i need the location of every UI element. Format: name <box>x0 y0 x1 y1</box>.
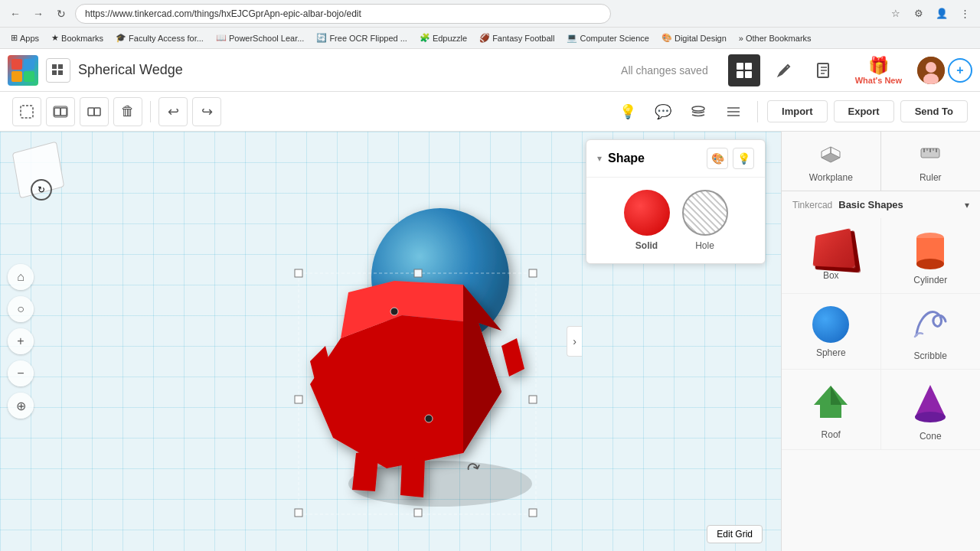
shape-panel-collapse-icon[interactable]: ▾ <box>597 153 602 164</box>
shape-item-cylinder[interactable]: Cylinder <box>881 218 981 294</box>
workplane-icon <box>818 142 843 169</box>
svg-rect-36 <box>414 269 422 277</box>
select-all-button[interactable] <box>12 97 41 126</box>
bookmark-design[interactable]: 🎨 Digital Design <box>657 31 731 44</box>
zoom-out-button[interactable]: − <box>8 360 34 386</box>
import-button[interactable]: Import <box>767 100 827 122</box>
undo-button[interactable]: ↩ <box>158 97 188 126</box>
shape-panel-icons: 🎨 💡 <box>707 148 754 169</box>
scribble-label: Scribble <box>914 350 947 361</box>
svg-rect-4 <box>737 63 743 70</box>
svg-point-21 <box>692 106 704 111</box>
bookmark-apps[interactable]: ⊞ Apps <box>6 31 44 44</box>
sphere-shape-icon <box>812 306 849 343</box>
powerschool-icon: 📖 <box>216 33 227 43</box>
roof-label: Roof <box>822 429 841 440</box>
compass-button[interactable]: ⊕ <box>8 393 34 419</box>
svg-rect-0 <box>52 64 57 69</box>
bookmark-faculty[interactable]: 🎓 Faculty Access for... <box>111 31 208 44</box>
collapse-panel-button[interactable]: › <box>567 326 582 357</box>
ungroup-button[interactable] <box>80 97 109 126</box>
lightbulb-button[interactable]: 💡 <box>613 97 642 126</box>
bookmark-ocr[interactable]: 🔄 Free OCR Flipped ... <box>312 31 411 44</box>
shape-panel-title: Shape <box>608 152 701 165</box>
grid-view-button[interactable] <box>728 54 760 86</box>
svg-point-58 <box>915 412 946 422</box>
box-label: Box <box>823 270 839 281</box>
address-bar[interactable]: https://www.tinkercad.com/things/hxEJCGp… <box>75 4 611 24</box>
svg-point-54 <box>916 259 944 269</box>
svg-rect-16 <box>54 108 60 116</box>
workplane-item[interactable]: Workplane <box>782 132 881 191</box>
file-button[interactable] <box>808 54 840 86</box>
export-button[interactable]: Export <box>834 100 894 122</box>
edit-grid-button[interactable]: Edit Grid <box>707 525 763 543</box>
svg-rect-35 <box>295 269 302 277</box>
svg-rect-42 <box>529 509 537 517</box>
toolbar-right: 💡 💬 Import Export Send To <box>613 97 968 126</box>
send-to-button[interactable]: Send To <box>900 100 968 122</box>
svg-rect-5 <box>745 63 752 70</box>
tinkercad-logo[interactable] <box>8 55 38 86</box>
shape-item-cone[interactable]: Cone <box>881 370 981 450</box>
library-name-select[interactable]: Basic Shapes <box>838 199 959 210</box>
bookmark-edpuzzle[interactable]: 🧩 Edpuzzle <box>415 31 472 44</box>
account-icon[interactable]: 👤 <box>933 5 951 23</box>
back-button[interactable]: ← <box>6 5 24 23</box>
shape-item-scribble[interactable]: Scribble <box>881 294 981 370</box>
shape-item-box[interactable]: Box <box>782 218 881 294</box>
menu-icon[interactable]: ⋮ <box>956 5 974 23</box>
view-cube-rotate[interactable]: ↻ <box>31 179 52 201</box>
refresh-button[interactable]: ↻ <box>52 5 70 23</box>
comment-button[interactable]: 💬 <box>648 97 678 126</box>
redo-button[interactable]: ↪ <box>192 97 221 126</box>
add-user-button[interactable]: + <box>948 58 972 83</box>
delete-button[interactable]: 🗑 <box>113 97 142 126</box>
bookmark-star-icon[interactable]: ☆ <box>887 5 905 23</box>
shape-item-sphere[interactable]: Sphere <box>782 294 881 370</box>
ruler-icon <box>918 142 942 169</box>
bookmark-cs[interactable]: 💻 Computer Science <box>562 31 654 44</box>
hole-circle <box>682 190 728 236</box>
forward-button[interactable]: → <box>29 5 47 23</box>
group-button[interactable] <box>46 97 75 126</box>
bookmark-fantasy[interactable]: 🏈 Fantasy Football <box>475 31 559 44</box>
shape-options: Solid Hole <box>586 178 765 263</box>
ruler-item[interactable]: Ruler <box>881 132 981 191</box>
extensions-icon[interactable]: ⚙ <box>910 5 928 23</box>
menu-grid-button[interactable] <box>46 58 70 83</box>
star-icon: ★ <box>51 33 59 43</box>
grid-canvas[interactable]: ⌂ ○ + − ⊕ ↻ <box>0 132 781 551</box>
svg-rect-7 <box>745 71 752 78</box>
shape-option-hole[interactable]: Hole <box>682 190 728 251</box>
home-view-button[interactable]: ⌂ <box>8 264 34 290</box>
svg-rect-38 <box>295 396 302 403</box>
toolbar: 🗑 ↩ ↪ 💡 💬 Import Export Send To <box>0 92 980 132</box>
svg-marker-31 <box>501 338 524 377</box>
zoom-in-button[interactable]: + <box>8 328 34 354</box>
bookmark-other[interactable]: » Other Bookmarks <box>734 32 816 44</box>
tools-button[interactable] <box>768 54 800 86</box>
align-button[interactable] <box>719 97 748 126</box>
cone-shape-icon <box>910 382 950 426</box>
orbit-button[interactable]: ○ <box>8 296 34 322</box>
bookmark-powerschool[interactable]: 📖 PowerSchool Lear... <box>211 31 309 44</box>
bookmark-bookmarks[interactable]: ★ Bookmarks <box>47 31 108 44</box>
project-title: Spherical Wedge <box>78 62 613 78</box>
cylinder-label: Cylinder <box>913 275 947 285</box>
whats-new-button[interactable]: 🎁 What's New <box>848 53 910 88</box>
layers-button[interactable] <box>684 97 713 126</box>
shape-option-solid[interactable]: Solid <box>624 190 670 251</box>
view-cube[interactable]: ↻ <box>15 147 69 201</box>
user-avatar[interactable] <box>917 57 945 84</box>
svg-rect-41 <box>414 509 422 517</box>
shape-light-button[interactable]: 💡 <box>733 148 754 169</box>
toolbar-separator-1 <box>150 101 151 122</box>
canvas-area[interactable]: ⌂ ○ + − ⊕ ↻ <box>0 132 781 551</box>
shape-item-roof[interactable]: Roof <box>782 370 881 450</box>
left-tools: ⌂ ○ + − ⊕ <box>8 264 34 419</box>
shape-panel: ▾ Shape 🎨 💡 Solid Hole <box>586 139 766 264</box>
right-panel: Workplane Ruler Tinkercad Basi <box>781 132 980 551</box>
shape-color-button[interactable]: 🎨 <box>707 148 728 169</box>
chevron-down-icon[interactable]: ▾ <box>965 200 969 210</box>
